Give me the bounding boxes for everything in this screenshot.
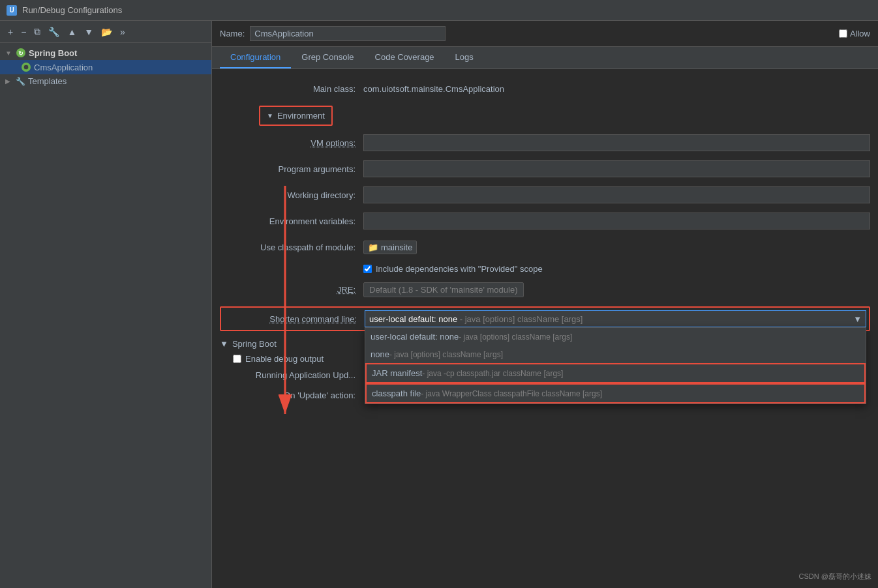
name-label: Name: [220, 29, 245, 38]
environment-arrow: ▼ [267, 112, 273, 119]
use-classpath-row: Use classpath of module: 📁 mainsite [220, 238, 870, 256]
on-update-label: On 'Update' action: [220, 390, 363, 400]
tree-item-templates[interactable]: ▶ 🔧 Templates [0, 74, 211, 88]
environment-variables-label: Environment variables: [220, 216, 363, 226]
module-folder-icon: 📁 [368, 243, 378, 252]
allow-label: Allow [850, 29, 870, 38]
use-classpath-label: Use classpath of module: [220, 243, 363, 252]
working-directory-input[interactable] [363, 186, 870, 203]
main-class-row: Main class: com.uiotsoft.mainsite.CmsApp… [220, 80, 870, 98]
include-dependencies-checkbox[interactable] [363, 265, 372, 273]
title-bar-text: Run/Debug Configurations [22, 5, 122, 15]
spring-boot-section-label: Spring Boot [232, 339, 277, 349]
dropdown-item-classpath-file[interactable]: classpath file - java WrapperClass class… [365, 383, 866, 404]
tabs-row: Configuration Grep Console Code Coverage… [212, 47, 878, 69]
dropdown-item-jar-manifest[interactable]: JAR manifest - java -cp classpath.jar cl… [365, 363, 866, 383]
tab-logs[interactable]: Logs [445, 47, 484, 68]
module-badge: 📁 mainsite [363, 241, 417, 254]
vm-options-row: VM options: [220, 134, 870, 152]
add-button[interactable]: + [5, 25, 16, 38]
name-row: Name: Allow [212, 21, 878, 47]
more-button[interactable]: » [117, 25, 128, 38]
vm-options-label: VM options: [220, 138, 363, 148]
move-up-button[interactable]: ▲ [65, 25, 79, 38]
dropdown-item-user-local[interactable]: user-local default: none - java [options… [365, 328, 866, 345]
remove-button[interactable]: − [18, 25, 29, 38]
config-content: Main class: com.uiotsoft.mainsite.CmsApp… [212, 69, 878, 588]
spring-boot-section-arrow: ▼ [220, 339, 228, 349]
enable-debug-label: Enable debug output [245, 354, 324, 364]
working-directory-label: Working directory: [220, 190, 363, 200]
allow-checkbox-container: Allow [839, 29, 870, 38]
running-app-label: Running Application Upd... [220, 370, 363, 380]
environment-variables-row: Environment variables: [220, 212, 870, 230]
environment-variables-input[interactable] [363, 213, 870, 229]
shorten-command-line-label: Shorten command line: [221, 314, 365, 324]
dropdown-selected-main: user-local default: none [369, 314, 457, 324]
dropdown-selected[interactable]: user-local default: none - java [options… [365, 310, 866, 327]
jre-row: JRE: Default (1.8 - SDK of 'mainsite' mo… [220, 280, 870, 299]
dropdown-item-none[interactable]: none - java [options] className [args] [365, 345, 866, 363]
templates-arrow: ▶ [5, 78, 13, 85]
shorten-command-line-dropdown: user-local default: none - java [options… [365, 310, 866, 327]
environment-title: Environment [277, 111, 325, 121]
spring-boot-icon: ↻ [16, 48, 26, 58]
spring-boot-label: Spring Boot [29, 48, 77, 58]
tree-container: ▼ ↻ Spring Boot CmsApplication [0, 43, 211, 588]
tab-grep-console[interactable]: Grep Console [291, 47, 364, 68]
dropdown-selected-text: user-local default: none - java [options… [369, 314, 583, 324]
program-arguments-input[interactable] [363, 160, 870, 177]
program-arguments-row: Program arguments: [220, 160, 870, 178]
tree-item-cms-application[interactable]: CmsApplication [0, 60, 211, 74]
title-bar: U Run/Debug Configurations [0, 0, 878, 21]
main-container: + − ⧉ 🔧 ▲ ▼ 📂 » ▼ ↻ Spring Boot [0, 21, 878, 588]
dropdown-list: user-local default: none - java [options… [365, 327, 866, 404]
settings-button[interactable]: 🔧 [46, 25, 62, 38]
main-class-label: Main class: [220, 84, 363, 94]
folder-button[interactable]: 📂 [98, 25, 115, 38]
name-input[interactable] [250, 26, 446, 41]
jre-value: Default (1.8 - SDK of 'mainsite' module) [363, 282, 524, 297]
move-down-button[interactable]: ▼ [82, 25, 96, 38]
shorten-command-line-row: Shorten command line: user-local default… [220, 306, 870, 331]
vm-options-input[interactable] [363, 134, 870, 151]
tab-code-coverage[interactable]: Code Coverage [365, 47, 445, 68]
dropdown-selected-suffix: - java [options] className [args] [457, 314, 583, 324]
cms-application-label: CmsApplication [34, 63, 93, 72]
svg-text:↻: ↻ [18, 50, 23, 57]
working-directory-row: Working directory: [220, 186, 870, 204]
include-dependencies-row: Include dependencies with "Provided" sco… [363, 264, 870, 274]
left-panel: + − ⧉ 🔧 ▲ ▼ 📂 » ▼ ↻ Spring Boot [0, 21, 212, 588]
environment-header[interactable]: ▼ Environment [259, 106, 333, 126]
svg-point-3 [23, 65, 29, 70]
templates-icon: 🔧 [16, 77, 25, 86]
watermark: CSDN @磊哥的小迷妹 [799, 572, 871, 581]
enable-debug-checkbox[interactable] [233, 355, 241, 363]
toolbar: + − ⧉ 🔧 ▲ ▼ 📂 » [0, 21, 211, 43]
app-icon: U [7, 5, 17, 16]
include-dependencies-label: Include dependencies with "Provided" sco… [376, 264, 543, 274]
templates-label: Templates [28, 76, 67, 86]
tree-item-spring-boot[interactable]: ▼ ↻ Spring Boot [0, 46, 211, 60]
main-class-value: com.uiotsoft.mainsite.CmsApplication [363, 84, 504, 94]
jre-label: JRE: [220, 285, 363, 295]
module-name: mainsite [381, 243, 412, 252]
dropdown-arrow-icon: ▼ [853, 314, 862, 324]
tab-configuration[interactable]: Configuration [220, 47, 291, 68]
program-arguments-label: Program arguments: [220, 164, 363, 174]
allow-checkbox[interactable] [839, 29, 847, 38]
copy-button[interactable]: ⧉ [31, 25, 43, 38]
spring-boot-arrow: ▼ [5, 50, 13, 57]
cms-application-icon [21, 62, 31, 72]
environment-section: ▼ Environment [259, 106, 870, 126]
right-panel: Name: Allow Configuration Grep Console C… [212, 21, 878, 588]
